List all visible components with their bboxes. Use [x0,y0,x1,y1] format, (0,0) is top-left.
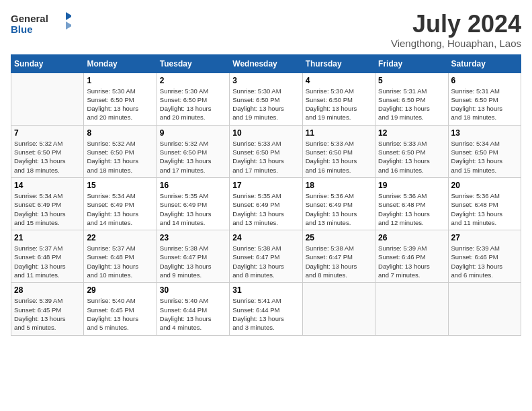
day-number: 24 [232,233,299,242]
day-info: Sunrise: 5:38 AM Sunset: 6:47 PM Dayligh… [232,244,299,279]
day-number: 5 [378,76,445,85]
day-number: 23 [160,233,226,242]
header-row: Sunday Monday Tuesday Wednesday Thursday… [11,54,521,73]
calendar-cell: 21Sunrise: 5:37 AM Sunset: 6:48 PM Dayli… [11,230,84,283]
calendar-cell: 28Sunrise: 5:39 AM Sunset: 6:45 PM Dayli… [11,283,84,335]
day-number: 19 [378,181,445,190]
calendar-cell: 31Sunrise: 5:41 AM Sunset: 6:44 PM Dayli… [230,283,302,335]
day-number: 27 [451,233,518,242]
day-number: 15 [87,181,153,190]
calendar-cell: 7Sunrise: 5:32 AM Sunset: 6:50 PM Daylig… [11,125,84,177]
month-year-title: July 2024 [391,11,521,38]
calendar-cell: 9Sunrise: 5:32 AM Sunset: 6:50 PM Daylig… [157,125,229,177]
calendar-week-2: 7Sunrise: 5:32 AM Sunset: 6:50 PM Daylig… [11,125,521,177]
calendar-cell: 20Sunrise: 5:36 AM Sunset: 6:48 PM Dayli… [448,177,521,230]
day-info: Sunrise: 5:40 AM Sunset: 6:45 PM Dayligh… [87,296,153,332]
day-number: 30 [160,285,226,295]
calendar-cell: 30Sunrise: 5:40 AM Sunset: 6:44 PM Dayli… [157,283,229,335]
day-number: 14 [14,181,81,190]
day-number: 10 [232,128,299,138]
svg-text:Blue: Blue [11,24,33,35]
calendar-body: 1Sunrise: 5:30 AM Sunset: 6:50 PM Daylig… [11,73,521,335]
calendar-cell: 29Sunrise: 5:40 AM Sunset: 6:45 PM Dayli… [84,283,157,335]
day-info: Sunrise: 5:32 AM Sunset: 6:50 PM Dayligh… [14,139,81,175]
day-info: Sunrise: 5:36 AM Sunset: 6:49 PM Dayligh… [306,191,372,227]
day-number: 21 [14,233,81,242]
logo: General Blue [11,11,71,38]
calendar-cell: 19Sunrise: 5:36 AM Sunset: 6:48 PM Dayli… [375,177,448,230]
day-number: 16 [160,181,226,190]
day-info: Sunrise: 5:31 AM Sunset: 6:50 PM Dayligh… [451,87,518,122]
day-info: Sunrise: 5:37 AM Sunset: 6:48 PM Dayligh… [14,244,81,279]
calendar-cell: 22Sunrise: 5:37 AM Sunset: 6:48 PM Dayli… [84,230,157,283]
calendar-cell: 16Sunrise: 5:35 AM Sunset: 6:49 PM Dayli… [157,177,229,230]
day-info: Sunrise: 5:30 AM Sunset: 6:50 PM Dayligh… [306,87,372,122]
day-info: Sunrise: 5:39 AM Sunset: 6:46 PM Dayligh… [378,244,445,279]
header-monday: Monday [84,54,157,73]
calendar-cell: 17Sunrise: 5:35 AM Sunset: 6:49 PM Dayli… [230,177,302,230]
calendar-cell: 4Sunrise: 5:30 AM Sunset: 6:50 PM Daylig… [302,73,375,125]
header-thursday: Thursday [302,54,375,73]
calendar-week-5: 28Sunrise: 5:39 AM Sunset: 6:45 PM Dayli… [11,283,521,335]
calendar-cell: 6Sunrise: 5:31 AM Sunset: 6:50 PM Daylig… [448,73,521,125]
day-info: Sunrise: 5:33 AM Sunset: 6:50 PM Dayligh… [232,139,299,175]
day-number: 6 [451,76,518,85]
calendar-cell: 24Sunrise: 5:38 AM Sunset: 6:47 PM Dayli… [230,230,302,283]
calendar-table: Sunday Monday Tuesday Wednesday Thursday… [11,54,521,336]
day-number: 2 [160,76,226,85]
day-info: Sunrise: 5:32 AM Sunset: 6:50 PM Dayligh… [87,139,153,175]
calendar-cell: 10Sunrise: 5:33 AM Sunset: 6:50 PM Dayli… [230,125,302,177]
calendar-cell: 14Sunrise: 5:34 AM Sunset: 6:49 PM Dayli… [11,177,84,230]
day-number: 7 [14,128,81,138]
calendar-week-1: 1Sunrise: 5:30 AM Sunset: 6:50 PM Daylig… [11,73,521,125]
day-number: 25 [306,233,372,242]
header-tuesday: Tuesday [157,54,229,73]
header-wednesday: Wednesday [230,54,302,73]
header-saturday: Saturday [448,54,521,73]
calendar-cell: 23Sunrise: 5:38 AM Sunset: 6:47 PM Dayli… [157,230,229,283]
calendar-cell: 26Sunrise: 5:39 AM Sunset: 6:46 PM Dayli… [375,230,448,283]
calendar-cell: 11Sunrise: 5:33 AM Sunset: 6:50 PM Dayli… [302,125,375,177]
day-info: Sunrise: 5:35 AM Sunset: 6:49 PM Dayligh… [160,191,226,227]
title-block: July 2024 Viengthong, Houaphan, Laos [391,11,521,49]
svg-text:General: General [11,13,48,24]
calendar-cell: 12Sunrise: 5:33 AM Sunset: 6:50 PM Dayli… [375,125,448,177]
logo-svg: General Blue [11,11,71,38]
calendar-week-4: 21Sunrise: 5:37 AM Sunset: 6:48 PM Dayli… [11,230,521,283]
page-header: General Blue July 2024 Viengthong, Houap… [11,11,521,49]
calendar-cell [448,283,521,335]
location-subtitle: Viengthong, Houaphan, Laos [391,38,521,49]
day-number: 1 [87,76,153,85]
day-number: 22 [87,233,153,242]
day-info: Sunrise: 5:34 AM Sunset: 6:49 PM Dayligh… [87,191,153,227]
day-info: Sunrise: 5:30 AM Sunset: 6:50 PM Dayligh… [160,87,226,122]
calendar-cell [375,283,448,335]
day-number: 13 [451,128,518,138]
calendar-cell: 1Sunrise: 5:30 AM Sunset: 6:50 PM Daylig… [84,73,157,125]
day-number: 4 [306,76,372,85]
day-info: Sunrise: 5:39 AM Sunset: 6:45 PM Dayligh… [14,296,81,332]
svg-marker-2 [66,12,71,20]
day-number: 8 [87,128,153,138]
day-info: Sunrise: 5:30 AM Sunset: 6:50 PM Dayligh… [232,87,299,122]
day-info: Sunrise: 5:36 AM Sunset: 6:48 PM Dayligh… [451,191,518,227]
day-number: 20 [451,181,518,190]
day-number: 11 [306,128,372,138]
calendar-cell [11,73,84,125]
day-number: 12 [378,128,445,138]
day-info: Sunrise: 5:34 AM Sunset: 6:50 PM Dayligh… [451,139,518,175]
calendar-cell: 25Sunrise: 5:38 AM Sunset: 6:47 PM Dayli… [302,230,375,283]
day-info: Sunrise: 5:37 AM Sunset: 6:48 PM Dayligh… [87,244,153,279]
day-info: Sunrise: 5:41 AM Sunset: 6:44 PM Dayligh… [232,296,299,332]
calendar-header: Sunday Monday Tuesday Wednesday Thursday… [11,54,521,73]
header-sunday: Sunday [11,54,84,73]
day-number: 9 [160,128,226,138]
calendar-week-3: 14Sunrise: 5:34 AM Sunset: 6:49 PM Dayli… [11,177,521,230]
day-number: 29 [87,285,153,295]
calendar-cell: 5Sunrise: 5:31 AM Sunset: 6:50 PM Daylig… [375,73,448,125]
day-number: 26 [378,233,445,242]
calendar-cell: 13Sunrise: 5:34 AM Sunset: 6:50 PM Dayli… [448,125,521,177]
day-info: Sunrise: 5:34 AM Sunset: 6:49 PM Dayligh… [14,191,81,227]
day-info: Sunrise: 5:33 AM Sunset: 6:50 PM Dayligh… [378,139,445,175]
day-info: Sunrise: 5:31 AM Sunset: 6:50 PM Dayligh… [378,87,445,122]
